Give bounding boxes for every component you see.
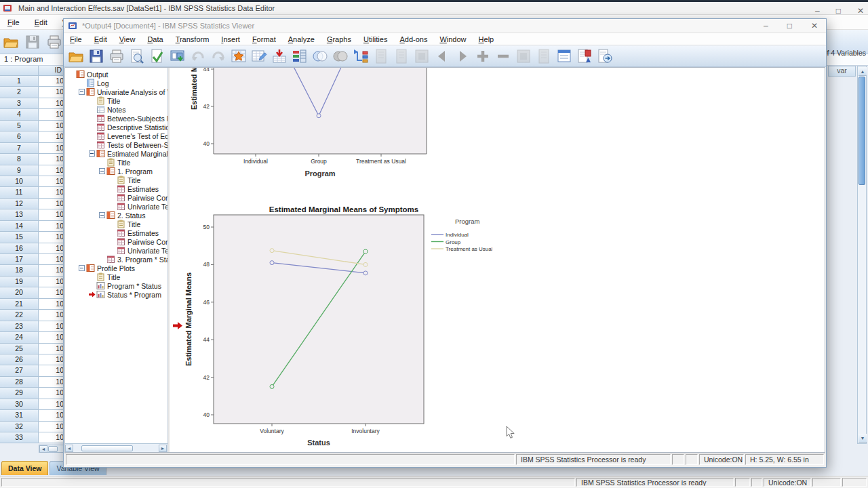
menu-viewer-transform[interactable]: Transform <box>170 34 216 45</box>
row-number-cell[interactable]: 19 <box>0 277 39 287</box>
data-cell-id[interactable]: 10 <box>39 131 65 142</box>
data-cell-id[interactable]: 10 <box>39 243 65 254</box>
data-cell-id[interactable]: 10 <box>39 165 65 176</box>
data-cell-id[interactable]: 10 <box>39 344 65 354</box>
tree-item-program-status[interactable]: Program * Status <box>65 281 167 290</box>
tree-collapse-icon[interactable] <box>87 150 96 157</box>
tree-item-profile-plots[interactable]: Profile Plots <box>65 264 167 272</box>
data-cell-id[interactable]: 10 <box>39 410 65 421</box>
use-variable-sets-icon[interactable] <box>312 48 328 64</box>
data-cell-id[interactable]: 10 <box>39 365 65 376</box>
export-icon[interactable] <box>149 48 165 64</box>
editor-vscrollbar[interactable]: ▲ ▼ <box>857 66 867 444</box>
row-number-cell[interactable]: 27 <box>0 365 39 376</box>
menu-editor-edit[interactable]: Edit <box>27 16 55 28</box>
tree-item-title[interactable]: Title <box>65 158 167 167</box>
tree-item-descriptive-statistics[interactable]: Descriptive Statistics <box>65 123 167 131</box>
data-cell-id[interactable]: 10 <box>39 143 65 154</box>
tree-item-estimates[interactable]: Estimates <box>65 184 167 193</box>
scroll-down-icon[interactable]: ▼ <box>859 434 867 443</box>
tree-collapse-icon[interactable] <box>98 212 106 218</box>
scroll-left-icon[interactable]: ◄ <box>65 445 73 452</box>
menu-editor-file[interactable]: File <box>0 16 27 28</box>
outline-hscrollbar[interactable]: ◄ ► <box>65 443 167 452</box>
print-preview-icon[interactable] <box>129 48 145 64</box>
row-number-cell[interactable]: 15 <box>0 232 39 243</box>
row-number-cell[interactable]: 6 <box>0 131 39 142</box>
data-cell-id[interactable]: 10 <box>39 121 65 131</box>
profile-plot-status[interactable]: Estimated Marginal Means of Symptoms5048… <box>171 205 492 452</box>
insert-heading-icon[interactable] <box>576 48 593 64</box>
doc-b-icon[interactable] <box>393 48 410 64</box>
data-cell-id[interactable]: 10 <box>39 98 65 109</box>
insert-text-icon[interactable] <box>597 48 613 64</box>
recall-dialogs-icon[interactable] <box>231 48 247 64</box>
row-number-cell[interactable]: 31 <box>0 410 39 421</box>
data-cell-id[interactable]: 10 <box>39 76 65 87</box>
row-number-cell[interactable]: 12 <box>0 199 39 209</box>
tree-item-univariate-te[interactable]: Univariate Te <box>65 202 167 211</box>
tree-item-title[interactable]: Title <box>65 272 167 281</box>
scroll-right-icon[interactable]: ► <box>159 445 167 452</box>
variables-icon[interactable] <box>292 48 308 64</box>
close-icon[interactable]: ✕ <box>857 6 864 16</box>
tree-collapse-icon[interactable] <box>77 89 86 95</box>
minimize-icon[interactable]: – <box>815 6 820 16</box>
data-cell-id[interactable]: 10 <box>39 310 65 321</box>
data-cell-id[interactable]: 10 <box>39 265 65 276</box>
open-icon[interactable] <box>68 48 84 64</box>
row-number-cell[interactable]: 18 <box>0 265 39 276</box>
editor-hscrollbar[interactable]: ◄ <box>39 445 64 453</box>
tree-item-title[interactable]: Title <box>65 176 167 184</box>
menu-viewer-data[interactable]: Data <box>141 34 169 45</box>
tree-item-tests-of-between-subj[interactable]: Tests of Between-Subj <box>65 140 167 149</box>
data-cell-id[interactable]: 10 <box>39 399 65 410</box>
row-number-cell[interactable]: 7 <box>0 143 39 154</box>
menu-viewer-help[interactable]: Help <box>473 34 500 45</box>
data-cell-id[interactable]: 10 <box>39 354 65 365</box>
data-cell-id[interactable]: 10 <box>39 287 65 298</box>
minimize-icon[interactable]: – <box>764 21 768 30</box>
row-number-cell[interactable]: 3 <box>0 98 39 109</box>
menu-viewer-edit[interactable]: Edit <box>88 34 113 45</box>
tree-item-notes[interactable]: Notes <box>65 105 167 114</box>
data-cell-id[interactable]: 10 <box>39 388 65 399</box>
tree-item-status-program[interactable]: Status * Program <box>65 290 167 299</box>
row-number-cell[interactable]: 25 <box>0 344 39 354</box>
data-cell-id[interactable]: 10 <box>39 321 65 332</box>
maximize-icon[interactable]: □ <box>787 21 792 30</box>
data-cell-id[interactable]: 10 <box>39 154 65 165</box>
previous-output-icon[interactable] <box>434 48 450 64</box>
tree-collapse-icon[interactable] <box>98 168 106 174</box>
tree-item-estimated-marginal-me[interactable]: Estimated Marginal Me <box>65 149 167 158</box>
row-number-cell[interactable]: 4 <box>0 109 39 120</box>
close-icon[interactable]: ✕ <box>811 21 818 30</box>
data-cell-id[interactable]: 10 <box>39 87 65 98</box>
tree-item-log[interactable]: Log <box>65 79 167 87</box>
row-number-cell[interactable]: 21 <box>0 299 39 310</box>
doc-a-icon[interactable] <box>373 48 389 64</box>
row-number-cell[interactable]: 1 <box>0 76 39 87</box>
row-number-cell[interactable]: 30 <box>0 399 39 410</box>
scroll-left-icon[interactable]: ◄ <box>39 445 47 453</box>
row-number-cell[interactable]: 10 <box>0 176 39 187</box>
show-all-variables-icon[interactable] <box>332 48 349 64</box>
promote-icon[interactable] <box>475 48 491 64</box>
tree-item-title[interactable]: Title <box>65 96 167 105</box>
expand-gray-icon[interactable] <box>515 48 532 64</box>
data-editor-titlebar[interactable]: Main and Interaction Effects.sav [DataSe… <box>0 2 868 15</box>
row-number-cell[interactable]: 14 <box>0 221 39 232</box>
data-cell-id[interactable]: 10 <box>39 109 65 120</box>
go-to-data-icon[interactable] <box>251 48 267 64</box>
select-last-output-icon[interactable] <box>414 48 430 64</box>
print-icon[interactable] <box>46 34 62 50</box>
collapse-gray-icon[interactable] <box>536 48 552 64</box>
tree-item-1-program[interactable]: 1. Program <box>65 167 167 176</box>
menu-viewer-window[interactable]: Window <box>433 34 472 45</box>
save-icon[interactable] <box>88 48 104 64</box>
print-icon[interactable] <box>108 48 125 64</box>
tree-item-3-program-statu[interactable]: 3. Program * Statu <box>65 255 167 264</box>
row-number-cell[interactable]: 26 <box>0 354 39 365</box>
maximize-icon[interactable]: □ <box>836 6 841 16</box>
tree-item-output[interactable]: Output <box>65 70 167 79</box>
